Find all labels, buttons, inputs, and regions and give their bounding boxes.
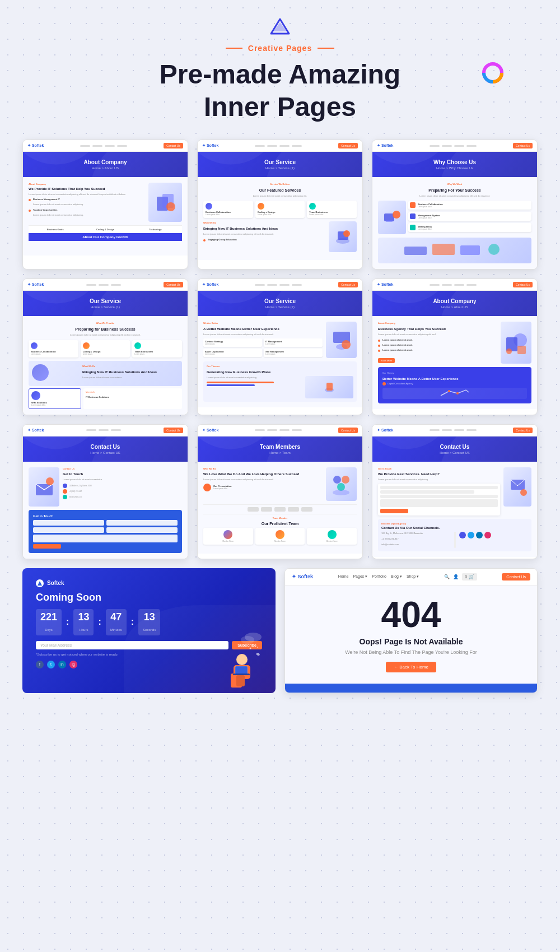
svg-rect-41 [234, 665, 250, 679]
card-hero-breadcrumb: Home > Service (1) [91, 305, 120, 309]
cs-minutes-label: Minutes [110, 628, 122, 631]
svg-rect-13 [386, 220, 393, 222]
nav-logo: ✦ Softek [377, 143, 393, 148]
nf-404-code: 404 [381, 597, 441, 633]
cs-social-links: f t in ig [36, 661, 262, 668]
contact-us-card-2[interactable]: ✦ Softek Contact Us Contact Us Home > Co… [372, 424, 538, 559]
cs-hours-label: Hours [79, 628, 88, 631]
card-hero-title: Contact Us [440, 444, 470, 450]
svg-point-10 [343, 230, 350, 237]
nf-title: Oops! Page Is Not Available [360, 637, 463, 646]
cs-minutes-num: 47 [110, 611, 122, 623]
cs-person-illustration [220, 626, 264, 693]
team-members-card[interactable]: ✦ Softek Contact Us Team Members Home > … [197, 424, 363, 559]
svg-rect-26 [517, 346, 526, 354]
nav-logo: ✦ Softek [27, 143, 44, 148]
nf-back-btn[interactable]: ← Back To Home [386, 662, 436, 672]
main-title: Pre-made Amazing Inner Pages [160, 58, 400, 123]
nav-contact-btn[interactable]: Contact Us [338, 282, 358, 287]
cs-hours-block: 13 Hours [73, 609, 94, 635]
nav-contact-btn[interactable]: Contact Us [164, 428, 183, 433]
cs-email-input[interactable]: Your Mail Address [36, 641, 228, 649]
svg-point-17 [488, 244, 500, 255]
coming-soon-card[interactable]: Softek Coming Soon 221 Days : 13 Hours : [22, 568, 276, 693]
card-hero-title: About Company [433, 298, 476, 304]
card-footer: Business Goals Coding & Design Technolog… [29, 225, 182, 233]
about-company-card-2[interactable]: ✦ Softek Contact Us About Company Home >… [372, 278, 538, 415]
card-body: Get In Touch We Provide Best Services. N… [372, 462, 537, 558]
card-body: About Company Business Agency That Helps… [372, 316, 537, 409]
nav-logo: ✦ Softek [202, 282, 218, 287]
our-service-card-3[interactable]: ✦ Softek Contact Us Our Service Home > S… [197, 278, 363, 415]
cs-colon-2: : [98, 617, 101, 627]
contact-us-card-1[interactable]: ✦ Softek Contact Us Contact Us Home > Co… [22, 424, 188, 559]
card-nav: ✦ Softek Contact Us [372, 279, 537, 291]
nav-links [255, 429, 302, 431]
svg-rect-15 [432, 244, 455, 255]
header: Creative Pages Pre-made Amazing Inner Pa… [22, 17, 538, 123]
svg-point-30 [46, 477, 54, 485]
svg-point-48 [257, 647, 258, 648]
nav-links [430, 429, 477, 431]
svg-point-39 [241, 636, 254, 644]
twitter-icon[interactable]: t [47, 661, 55, 668]
why-choose-us-card[interactable]: ✦ Softek Contact Us Why Choose Us Home >… [372, 140, 538, 270]
facebook-icon[interactable]: f [36, 661, 44, 668]
about-company-card-1[interactable]: ✦ Softek Contact Us About Company Home >… [22, 140, 188, 270]
section-label: Creative Pages [226, 44, 334, 53]
card-hero: Team Members Home > Team [198, 436, 362, 462]
nav-contact-btn[interactable]: Contact Us [338, 428, 358, 433]
card-hero-breadcrumb: Home > Service (1) [265, 166, 295, 170]
service-cards: Business Collaboration Lorem ipsum dolor… [203, 201, 357, 218]
card-hero-breadcrumb: Home > Team [269, 451, 290, 454]
card-hero-title: Why Choose Us [433, 159, 476, 165]
card-hero-breadcrumb: Home > About US [92, 166, 119, 170]
svg-rect-14 [404, 247, 427, 255]
svg-point-38 [245, 633, 262, 642]
svg-point-40 [236, 654, 248, 665]
nav-contact-btn[interactable]: Contact Us [164, 143, 183, 148]
nav-logo: ✦ Softek [377, 282, 393, 287]
card-body: About Company We Provide IT Solutions Th… [23, 177, 188, 256]
not-found-card[interactable]: ✦ Softek Home Pages ▾ Portfolio Blog ▾ S… [284, 568, 538, 693]
cs-hours-num: 13 [78, 611, 89, 623]
nav-contact-btn[interactable]: Contact Us [513, 143, 533, 148]
our-service-card-2[interactable]: ✦ Softek Contact Us Our Service Home > S… [22, 278, 188, 415]
svg-point-47 [250, 647, 251, 649]
nav-contact-btn[interactable]: Contact Us [338, 143, 358, 148]
our-service-card-1[interactable]: ✦ Softek Contact Us Our Service Home > S… [197, 140, 363, 270]
card-hero: Our Service Home > Service (1) [198, 152, 362, 177]
pages-grid: ✦ Softek Contact Us About Company Home >… [22, 140, 538, 559]
contact-form: Get In Touch [29, 510, 182, 553]
instagram-icon[interactable]: ig [69, 661, 77, 668]
nf-contact-btn[interactable]: Contact Us [502, 573, 530, 581]
nav-logo: ✦ Softek [27, 428, 44, 433]
svg-rect-42 [231, 674, 242, 688]
card-nav: ✦ Softek Contact Us [198, 140, 362, 152]
svg-point-33 [337, 483, 345, 491]
card-hero: Our Service Home > Service (2) [198, 291, 362, 316]
nav-contact-btn[interactable]: Contact Us [513, 428, 533, 433]
nav-links [430, 284, 477, 286]
card-nav: ✦ Softek Contact Us [198, 279, 362, 291]
svg-marker-37 [38, 581, 42, 586]
card-hero: About Company Home > About US [372, 291, 537, 316]
nav-contact-btn[interactable]: Contact Us [164, 282, 183, 287]
card-hero-title: Team Members [260, 444, 300, 450]
card-nav: ✦ Softek Contact Us [23, 279, 188, 291]
linkedin-icon[interactable]: in [58, 661, 66, 668]
card-body: Why We Work Preparing For Your Success L… [372, 177, 537, 269]
card-hero-title: About Company [83, 159, 127, 165]
cs-seconds-block: 13 Seconds [138, 609, 160, 635]
nav-contact-btn[interactable]: Contact Us [513, 282, 533, 287]
card-nav: ✦ Softek Contact Us [23, 140, 188, 152]
cs-subscribe-btn[interactable]: Subscribe [232, 641, 262, 649]
team-grid: Member Name Member Name Member Name [203, 528, 357, 545]
cs-days-num: 221 [40, 611, 57, 623]
cs-input-row: Your Mail Address Subscribe [36, 641, 262, 649]
nav-links [86, 429, 121, 431]
card-nav: ✦ Softek Contact Us [198, 425, 362, 436]
nf-footer-bar [285, 684, 537, 693]
nav-links [255, 284, 302, 286]
nav-logo: ✦ Softek [202, 143, 218, 148]
